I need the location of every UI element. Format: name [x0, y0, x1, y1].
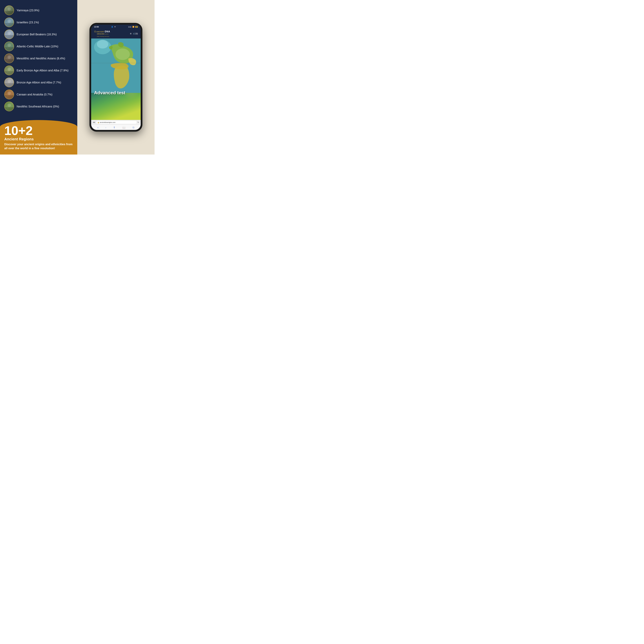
bookmarks-button[interactable]: 📖	[122, 126, 126, 129]
status-bar: 13:50 👤 ✉ 1min 📶 10	[91, 25, 141, 29]
phone-logo: ⊙ ANCIENT DNA ORIGINS ≋≋≋ DNA Testing Se…	[94, 30, 110, 37]
ancestry-avatar-atlantic	[4, 41, 14, 51]
svg-point-30	[115, 49, 130, 60]
right-panel: 13:50 👤 ✉ 1min 📶 10 ⊙	[77, 0, 155, 155]
ancestry-label-mesolithic: Mesolithic and Neolithic Asians (8.4%)	[17, 57, 65, 60]
svg-rect-16	[5, 71, 14, 75]
svg-point-29	[97, 40, 108, 49]
person-icon: 👤	[111, 26, 113, 28]
ancestry-avatar-bronze-alba	[4, 78, 14, 87]
ancestry-list: Yamnaya (23.9%) Israelites (23.1%) Europ…	[4, 3, 73, 120]
svg-rect-13	[5, 59, 14, 63]
svg-rect-25	[5, 107, 14, 111]
logo-origins: ORIGINS	[97, 33, 104, 35]
svg-point-5	[8, 19, 11, 23]
svg-point-26	[8, 104, 11, 107]
browser-url: ancientdnaorigins.com	[100, 121, 115, 123]
phone-map: Advanced test	[91, 38, 141, 120]
svg-point-20	[8, 80, 11, 83]
ancestry-item-israelites: Israelites (23.1%)	[4, 16, 73, 28]
svg-rect-10	[5, 47, 14, 51]
ancestry-avatar-israelites	[4, 17, 14, 27]
status-icons: 1min 📶 10	[128, 26, 138, 28]
svg-point-14	[8, 56, 11, 59]
back-button[interactable]: ‹	[97, 126, 98, 129]
logo-dna: DNA	[105, 30, 110, 33]
logo-dna-waves: ≋≋≋	[105, 33, 109, 35]
ancestry-label-atlantic: Atlantic-Celtic Middle-Late (10%)	[17, 44, 58, 48]
nav-icons: ≡ 🛒 (0)	[130, 32, 138, 35]
ancestry-avatar-neolithic-se	[4, 102, 14, 111]
svg-point-8	[8, 31, 11, 35]
ancestry-label-bronze-alba: Bronze Age Albion and Alba (7.7%)	[17, 81, 61, 84]
ancestry-label-neolithic-se: Neolithic Southeast Africans (0%)	[17, 105, 59, 108]
ancestry-label-bell-beakers: European Bell Beakers (18.3%)	[17, 32, 57, 36]
phone-nav: ⊙ ANCIENT DNA ORIGINS ≋≋≋ DNA Testing Se…	[91, 29, 141, 38]
svg-rect-7	[5, 35, 14, 39]
ancestry-avatar-bell-beakers	[4, 29, 14, 39]
cart-icon: 🛒	[133, 32, 135, 35]
browser-aa[interactable]: AA	[93, 121, 95, 123]
tabs-button[interactable]: ⧉	[133, 126, 134, 129]
ancestry-item-neolithic-se: Neolithic Southeast Africans (0%)	[4, 100, 73, 112]
svg-rect-1	[5, 11, 14, 15]
ancestry-item-canaan: Canaan and Anatolia (0.7%)	[4, 88, 73, 100]
ancient-regions-title: Ancient Regions	[4, 137, 73, 141]
ancestry-label-canaan: Canaan and Anatolia (0.7%)	[17, 93, 52, 96]
big-number: 10+2	[4, 124, 73, 137]
svg-point-23	[8, 92, 11, 95]
status-center: 👤 ✉	[111, 26, 116, 28]
browser-url-box[interactable]: 🔒 ancientdnaorigins.com	[96, 121, 136, 124]
left-panel: Yamnaya (23.9%) Israelites (23.1%) Europ…	[0, 0, 77, 155]
status-time: 13:50	[94, 26, 99, 28]
share-button[interactable]: ⬆	[113, 126, 115, 129]
ancestry-label-yamnaya: Yamnaya (23.9%)	[17, 8, 39, 12]
cart-count: (0)	[135, 32, 138, 35]
svg-rect-22	[5, 95, 14, 99]
ancestry-label-israelites: Israelites (23.1%)	[17, 20, 39, 24]
bottom-section: 10+2 Ancient Regions Discover your ancie…	[0, 120, 77, 155]
logo-ancient: ANCIENT	[96, 31, 104, 33]
ancestry-avatar-mesolithic	[4, 54, 14, 63]
svg-point-11	[8, 43, 11, 47]
hamburger-icon[interactable]: ≡	[130, 32, 132, 35]
ancestry-item-bell-beakers: European Bell Beakers (18.3%)	[4, 28, 73, 40]
ancestry-item-early-bronze: Early Bronze Age Albion and Alba (7.9%)	[4, 64, 73, 76]
ancestry-item-yamnaya: Yamnaya (23.9%)	[4, 4, 73, 16]
battery-badge: 10	[135, 26, 138, 28]
cart-area[interactable]: 🛒 (0)	[133, 32, 138, 35]
phone-container: 13:50 👤 ✉ 1min 📶 10 ⊙	[89, 23, 142, 132]
mail-icon: ✉	[114, 26, 116, 28]
ancestry-avatar-early-bronze	[4, 66, 14, 75]
advanced-test-label: Advanced test	[94, 90, 125, 95]
forward-button[interactable]: ›	[105, 126, 106, 129]
ancestry-avatar-canaan	[4, 90, 14, 99]
phone-frame: 13:50 👤 ✉ 1min 📶 10 ⊙	[89, 23, 142, 132]
ancient-regions-desc: Discover your ancient origins and ethnic…	[4, 142, 73, 150]
wifi-icon: 📶	[132, 26, 134, 28]
ancestry-item-atlantic: Atlantic-Celtic Middle-Late (10%)	[4, 40, 73, 52]
lock-icon: 🔒	[97, 122, 99, 123]
logo-sub: DNA Testing Services	[97, 36, 109, 37]
battery-time: 1min	[128, 26, 132, 28]
phone-bottom-nav: ‹ › ⬆ 📖 ⧉	[91, 125, 141, 130]
ancestry-item-mesolithic: Mesolithic and Neolithic Asians (8.4%)	[4, 52, 73, 64]
svg-point-17	[8, 68, 11, 71]
map-svg	[91, 38, 141, 93]
ancestry-avatar-yamnaya	[4, 5, 14, 15]
svg-rect-4	[5, 23, 14, 27]
ancestry-label-early-bronze: Early Bronze Age Albion and Alba (7.9%)	[17, 69, 68, 72]
reload-icon[interactable]: ↻	[138, 121, 139, 123]
svg-rect-19	[5, 83, 14, 87]
ancestry-item-bronze-alba: Bronze Age Albion and Alba (7.7%)	[4, 76, 73, 88]
svg-point-2	[8, 7, 11, 11]
phone-browser-bar[interactable]: AA 🔒 ancientdnaorigins.com ↻	[91, 120, 141, 125]
phone-screen: 13:50 👤 ✉ 1min 📶 10 ⊙	[91, 25, 141, 130]
